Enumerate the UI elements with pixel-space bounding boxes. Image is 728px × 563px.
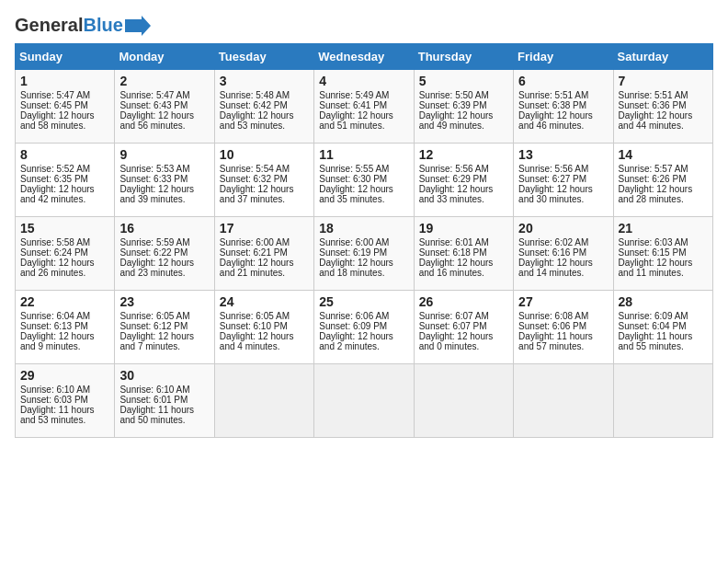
table-row: 25Sunrise: 6:06 AMSunset: 6:09 PMDayligh… xyxy=(314,291,414,364)
sunset-time: Sunset: 6:06 PM xyxy=(518,321,586,331)
table-row: 13Sunrise: 5:56 AMSunset: 6:27 PMDayligh… xyxy=(514,144,613,217)
daylight-hours: Daylight: 12 hours xyxy=(119,331,194,341)
table-row xyxy=(514,364,613,438)
daylight-hours: Daylight: 12 hours xyxy=(518,184,593,194)
sunrise-time: Sunrise: 6:10 AM xyxy=(20,385,90,395)
daylight-hours: Daylight: 12 hours xyxy=(20,258,95,268)
day-number: 23 xyxy=(119,294,209,309)
page-header: GeneralBlue xyxy=(15,15,713,36)
col-friday: Friday xyxy=(514,44,613,70)
calendar-week-row: 8Sunrise: 5:52 AMSunset: 6:35 PMDaylight… xyxy=(16,144,713,217)
calendar-body: 1Sunrise: 5:47 AMSunset: 6:45 PMDaylight… xyxy=(16,70,713,438)
sunset-time: Sunset: 6:19 PM xyxy=(319,247,387,258)
sunrise-time: Sunrise: 5:51 AM xyxy=(619,90,688,100)
table-row: 22Sunrise: 6:04 AMSunset: 6:13 PMDayligh… xyxy=(16,291,115,364)
sunset-time: Sunset: 6:10 PM xyxy=(220,321,288,331)
daylight-hours: Daylight: 12 hours xyxy=(518,110,593,121)
sunrise-time: Sunrise: 6:05 AM xyxy=(220,311,290,321)
table-row: 14Sunrise: 5:57 AMSunset: 6:26 PMDayligh… xyxy=(613,144,712,217)
day-number: 8 xyxy=(20,147,109,162)
daylight-minutes: and 7 minutes. xyxy=(119,341,180,351)
col-thursday: Thursday xyxy=(414,44,513,70)
daylight-hours: Daylight: 12 hours xyxy=(419,184,494,194)
table-row: 3Sunrise: 5:48 AMSunset: 6:42 PMDaylight… xyxy=(214,70,313,144)
daylight-hours: Daylight: 11 hours xyxy=(119,405,194,415)
daylight-minutes: and 2 minutes. xyxy=(319,341,380,351)
day-number: 12 xyxy=(419,147,508,162)
daylight-hours: Daylight: 12 hours xyxy=(518,258,593,268)
daylight-minutes: and 23 minutes. xyxy=(119,268,185,278)
sunrise-time: Sunrise: 6:02 AM xyxy=(518,237,588,247)
daylight-hours: Daylight: 12 hours xyxy=(220,184,294,194)
col-tuesday: Tuesday xyxy=(214,44,313,70)
sunrise-time: Sunrise: 5:47 AM xyxy=(119,90,189,100)
sunrise-time: Sunrise: 6:00 AM xyxy=(319,237,389,247)
daylight-minutes: and 16 minutes. xyxy=(419,268,484,278)
table-row: 18Sunrise: 6:00 AMSunset: 6:19 PMDayligh… xyxy=(314,217,414,291)
sunrise-time: Sunrise: 6:06 AM xyxy=(319,311,389,321)
day-number: 15 xyxy=(20,221,109,236)
day-number: 25 xyxy=(319,294,408,309)
sunrise-time: Sunrise: 5:52 AM xyxy=(20,164,90,174)
sunset-time: Sunset: 6:36 PM xyxy=(619,100,687,110)
day-number: 6 xyxy=(518,74,608,88)
table-row xyxy=(414,364,513,438)
sunrise-time: Sunrise: 5:56 AM xyxy=(518,164,588,174)
daylight-minutes: and 26 minutes. xyxy=(20,268,85,278)
day-number: 29 xyxy=(20,368,109,383)
daylight-minutes: and 49 minutes. xyxy=(419,121,484,131)
daylight-minutes: and 44 minutes. xyxy=(619,121,684,131)
table-row xyxy=(314,364,414,438)
sunset-time: Sunset: 6:42 PM xyxy=(220,100,288,110)
daylight-hours: Daylight: 11 hours xyxy=(518,331,593,341)
daylight-minutes: and 50 minutes. xyxy=(119,415,185,425)
sunset-time: Sunset: 6:18 PM xyxy=(419,247,487,258)
table-row: 5Sunrise: 5:50 AMSunset: 6:39 PMDaylight… xyxy=(414,70,513,144)
daylight-hours: Daylight: 12 hours xyxy=(220,258,294,268)
sunset-time: Sunset: 6:32 PM xyxy=(220,174,288,184)
sunset-time: Sunset: 6:27 PM xyxy=(518,174,586,184)
daylight-hours: Daylight: 12 hours xyxy=(220,110,294,121)
table-row: 15Sunrise: 5:58 AMSunset: 6:24 PMDayligh… xyxy=(16,217,115,291)
col-wednesday: Wednesday xyxy=(314,44,414,70)
sunrise-time: Sunrise: 6:05 AM xyxy=(119,311,189,321)
daylight-minutes: and 30 minutes. xyxy=(518,194,584,204)
logo-bird-icon xyxy=(125,16,151,36)
day-number: 14 xyxy=(619,147,708,162)
daylight-hours: Daylight: 12 hours xyxy=(20,184,95,194)
col-saturday: Saturday xyxy=(613,44,712,70)
day-number: 24 xyxy=(220,294,309,309)
table-row: 12Sunrise: 5:56 AMSunset: 6:29 PMDayligh… xyxy=(414,144,513,217)
table-row: 21Sunrise: 6:03 AMSunset: 6:15 PMDayligh… xyxy=(613,217,712,291)
daylight-hours: Daylight: 12 hours xyxy=(619,110,693,121)
sunrise-time: Sunrise: 6:03 AM xyxy=(619,237,688,247)
day-number: 13 xyxy=(518,147,608,162)
sunrise-time: Sunrise: 5:54 AM xyxy=(220,164,290,174)
daylight-hours: Daylight: 12 hours xyxy=(419,258,494,268)
daylight-minutes: and 51 minutes. xyxy=(319,121,384,131)
calendar-week-row: 29Sunrise: 6:10 AMSunset: 6:03 PMDayligh… xyxy=(16,364,713,438)
daylight-hours: Daylight: 12 hours xyxy=(20,331,95,341)
sunrise-time: Sunrise: 5:50 AM xyxy=(419,90,489,100)
sunset-time: Sunset: 6:43 PM xyxy=(119,100,188,110)
sunset-time: Sunset: 6:33 PM xyxy=(119,174,188,184)
sunrise-time: Sunrise: 6:08 AM xyxy=(518,311,588,321)
sunset-time: Sunset: 6:26 PM xyxy=(619,174,687,184)
sunset-time: Sunset: 6:30 PM xyxy=(319,174,387,184)
sunrise-time: Sunrise: 6:00 AM xyxy=(220,237,290,247)
daylight-hours: Daylight: 12 hours xyxy=(419,331,494,341)
table-row: 24Sunrise: 6:05 AMSunset: 6:10 PMDayligh… xyxy=(214,291,313,364)
daylight-minutes: and 37 minutes. xyxy=(220,194,285,204)
calendar-table: Sunday Monday Tuesday Wednesday Thursday… xyxy=(15,43,713,438)
sunset-time: Sunset: 6:41 PM xyxy=(319,100,387,110)
day-number: 3 xyxy=(220,74,309,88)
daylight-minutes: and 21 minutes. xyxy=(220,268,285,278)
day-number: 21 xyxy=(619,221,708,236)
daylight-hours: Daylight: 12 hours xyxy=(119,184,194,194)
table-row: 9Sunrise: 5:53 AMSunset: 6:33 PMDaylight… xyxy=(115,144,214,217)
daylight-minutes: and 46 minutes. xyxy=(518,121,584,131)
sunset-time: Sunset: 6:24 PM xyxy=(20,247,88,258)
day-number: 22 xyxy=(20,294,109,309)
sunrise-time: Sunrise: 6:10 AM xyxy=(119,385,189,395)
table-row: 6Sunrise: 5:51 AMSunset: 6:38 PMDaylight… xyxy=(514,70,613,144)
